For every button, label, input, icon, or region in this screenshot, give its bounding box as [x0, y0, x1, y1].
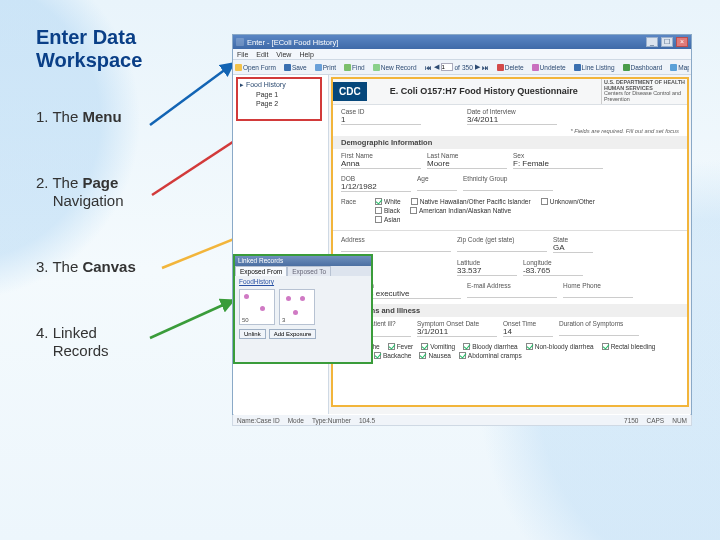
case-id-field[interactable]: 1: [341, 115, 421, 125]
find-button[interactable]: Find: [344, 64, 365, 71]
linked-card-2[interactable]: 3: [279, 289, 315, 325]
undelete-button[interactable]: Undelete: [532, 64, 566, 71]
tree-root[interactable]: ▸ Food History: [240, 81, 318, 89]
sym-rectal[interactable]: Rectal bleeding: [602, 343, 656, 350]
canvas-highlight: CDC E. Coli O157:H7 Food History Questio…: [331, 77, 689, 407]
state-field[interactable]: GA: [553, 243, 593, 253]
first-name-field[interactable]: Anna: [341, 159, 421, 169]
race-white[interactable]: White: [375, 198, 401, 205]
cdc-logo: CDC: [333, 82, 367, 101]
page-title: Enter DataWorkspace: [36, 26, 216, 72]
race-black[interactable]: Black: [375, 207, 400, 214]
minimize-button[interactable]: _: [646, 37, 658, 47]
status-field-name: Name:Case ID: [237, 417, 280, 424]
section-demographic: Demographic Information: [333, 136, 687, 149]
onset-time-field[interactable]: 14: [503, 327, 553, 337]
save-button[interactable]: Save: [284, 64, 307, 71]
tab-exposed-to[interactable]: Exposed To: [287, 266, 331, 276]
app-window: Enter - [EColi Food History] _ ☐ × File …: [232, 34, 692, 426]
pager-first-icon[interactable]: ⏮: [425, 64, 432, 71]
record-pager[interactable]: ⏮ ◀ of 350 ▶ ⏭: [425, 63, 489, 71]
bullet-3-canvas: 3. The Canvas: [36, 258, 216, 276]
pager-next-icon[interactable]: ▶: [475, 63, 480, 71]
menu-help[interactable]: Help: [299, 51, 313, 58]
status-num: NUM: [672, 417, 687, 424]
status-type: Type:Number: [312, 417, 351, 424]
status-bar: Name:Case ID Mode Type:Number 104.5 7150…: [232, 415, 692, 426]
menu-edit[interactable]: Edit: [256, 51, 268, 58]
duration-field[interactable]: [559, 327, 639, 336]
tree-page-2[interactable]: Page 2: [240, 100, 318, 107]
sex-field[interactable]: F: Female: [513, 159, 603, 169]
race-pacific[interactable]: Native Hawaiian/Other Pacific Islander: [411, 198, 531, 205]
hhs-block: U.S. DEPARTMENT OF HEALTHHUMAN SERVICES …: [601, 79, 687, 104]
status-cursor: 7150: [624, 417, 638, 424]
close-button[interactable]: ×: [676, 37, 688, 47]
sym-vomiting[interactable]: Vomiting: [421, 343, 455, 350]
tab-exposed-from[interactable]: Exposed From: [235, 266, 287, 276]
sym-bloody[interactable]: Bloody diarrhea: [463, 343, 518, 350]
sym-nonbloody[interactable]: Non-bloody diarrhea: [526, 343, 594, 350]
canvas[interactable]: CDC E. Coli O157:H7 Food History Questio…: [329, 75, 691, 414]
map-button[interactable]: Map: [670, 64, 689, 71]
linked-info[interactable]: FoodHistory: [235, 276, 371, 287]
home-phone-field[interactable]: [563, 289, 633, 298]
linked-card-1[interactable]: 50: [239, 289, 275, 325]
race-unknown[interactable]: Unknown/Other: [541, 198, 595, 205]
bullet-1-menu: 1. The Menu: [36, 108, 216, 126]
status-mode: Mode: [288, 417, 304, 424]
app-icon: [236, 38, 244, 46]
zip-field[interactable]: [457, 243, 547, 252]
menu-view[interactable]: View: [276, 51, 291, 58]
race-asian[interactable]: Asian: [375, 216, 400, 223]
form-title: E. Coli O157:H7 Food History Questionnai…: [367, 86, 601, 96]
status-caps: CAPS: [646, 417, 664, 424]
line-listing-button[interactable]: Line Listing: [574, 64, 615, 71]
bullet-4-linked: 4. Linked Records: [36, 324, 216, 360]
required-note: * Fields are required. Fill out and set …: [333, 128, 687, 134]
interview-date-field[interactable]: 3/4/2011: [467, 115, 557, 125]
pager-current-input[interactable]: [441, 63, 453, 71]
lon-field[interactable]: -83.765: [523, 266, 583, 276]
sym-backache[interactable]: Backache: [374, 352, 412, 359]
dashboard-button[interactable]: Dashboard: [623, 64, 663, 71]
linked-header[interactable]: Linked Records: [235, 256, 371, 266]
new-record-button[interactable]: New Record: [373, 64, 417, 71]
unlink-button[interactable]: Unlink: [239, 329, 266, 339]
last-name-field[interactable]: Moore: [427, 159, 507, 169]
tree-page-1[interactable]: Page 1: [240, 91, 318, 98]
open-form-button[interactable]: Open Form: [235, 64, 276, 71]
page-nav-highlight: ▸ Food History Page 1 Page 2: [236, 77, 322, 121]
menu-file[interactable]: File: [237, 51, 248, 58]
add-exposure-button[interactable]: Add Exposure: [269, 329, 317, 339]
status-zoom[interactable]: 104.5: [359, 417, 375, 424]
window-titlebar[interactable]: Enter - [EColi Food History] _ ☐ ×: [233, 35, 691, 49]
section-symptoms: Symptoms and Illness: [333, 304, 687, 317]
sym-cramps[interactable]: Abdominal cramps: [459, 352, 522, 359]
ethnicity-field[interactable]: [463, 182, 553, 191]
onset-date-field[interactable]: 3/1/2011: [417, 327, 497, 337]
email-field[interactable]: [467, 289, 557, 298]
linked-records-panel[interactable]: Linked Records Exposed From Exposed To F…: [233, 254, 373, 364]
window-title: Enter - [EColi Food History]: [247, 38, 338, 47]
maximize-button[interactable]: ☐: [661, 37, 673, 47]
dob-field[interactable]: 1/12/1982: [341, 182, 411, 192]
address-field[interactable]: [341, 243, 451, 252]
toolbar-area: Open Form Save Print Find New Record ⏮ ◀…: [233, 60, 691, 75]
bullet-2-page-nav: 2. The Page Navigation: [36, 174, 216, 210]
delete-button[interactable]: Delete: [497, 64, 524, 71]
lat-field[interactable]: 33.537: [457, 266, 517, 276]
pager-prev-icon[interactable]: ◀: [434, 63, 439, 71]
sym-fever[interactable]: Fever: [388, 343, 414, 350]
race-native[interactable]: American Indian/Alaskan Native: [410, 207, 511, 214]
sym-nausea[interactable]: Nausea: [419, 352, 450, 359]
print-button[interactable]: Print: [315, 64, 336, 71]
pager-last-icon[interactable]: ⏭: [482, 64, 489, 71]
age-field[interactable]: [417, 182, 457, 191]
menu-bar[interactable]: File Edit View Help: [233, 49, 691, 60]
